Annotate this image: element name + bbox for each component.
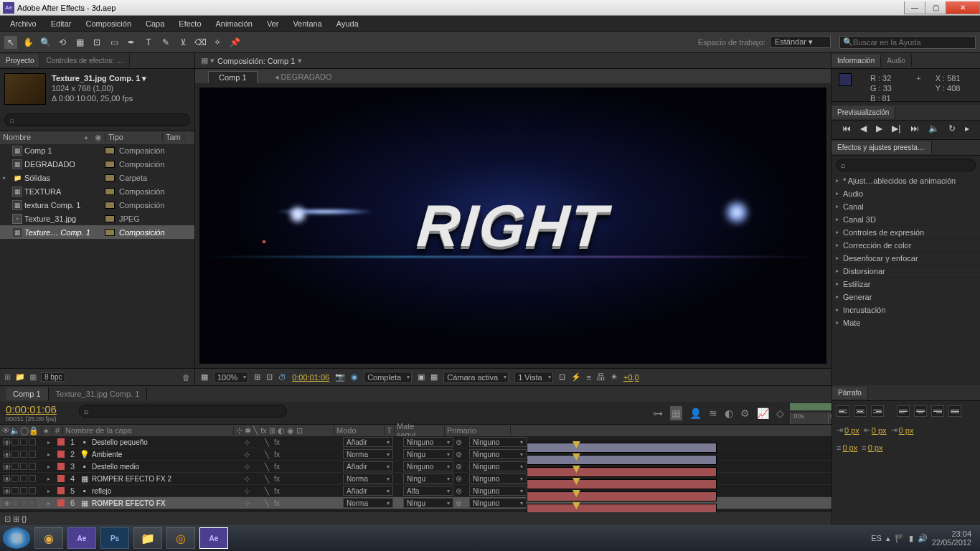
zoom-select[interactable]: 100% xyxy=(214,372,248,383)
shape-tool-icon[interactable]: ▭ xyxy=(108,36,121,49)
task-ae2[interactable]: Ae xyxy=(199,527,228,549)
snapshot-icon[interactable]: 📷 xyxy=(335,372,345,382)
align-right-icon[interactable] xyxy=(871,405,884,417)
brainstorm-icon[interactable]: ⚙ xyxy=(740,408,750,419)
reset-exposure-icon[interactable]: ☀ xyxy=(611,372,618,382)
rotate-tool-icon[interactable]: ⟲ xyxy=(56,36,69,49)
task-ae[interactable]: Ae xyxy=(67,527,96,549)
quality-select[interactable]: Completa xyxy=(364,372,412,383)
tab-preview[interactable]: Previsualización xyxy=(831,106,895,118)
stamp-tool-icon[interactable]: ⊻ xyxy=(176,36,189,49)
indent-first[interactable]: ⇤ 0 px xyxy=(864,425,887,435)
start-button[interactable]: ⊞ xyxy=(3,527,30,549)
project-item[interactable]: ▦textura Comp. 1Composición xyxy=(0,198,194,212)
grid-icon[interactable]: ▦ xyxy=(201,372,208,382)
tab-audio[interactable]: Audio xyxy=(881,55,912,67)
effect-category[interactable]: ▸Mate xyxy=(831,316,980,329)
camera-select[interactable]: Cámara activa xyxy=(443,372,509,383)
zoom-tool-icon[interactable]: 🔍 xyxy=(39,36,52,49)
align-center-icon[interactable] xyxy=(854,405,867,417)
indent-right[interactable]: ⇥ 0 px xyxy=(891,425,914,435)
trash-icon[interactable]: 🗑 xyxy=(182,373,190,382)
prev-frame-icon[interactable]: ◀ xyxy=(860,123,867,133)
ram-preview-icon[interactable]: ▸ xyxy=(965,123,969,133)
help-search[interactable]: 🔍 xyxy=(839,36,976,49)
space-before[interactable]: ≡ 0 px xyxy=(837,443,857,452)
task-explorer[interactable]: 📁 xyxy=(133,527,162,549)
viewer-timecode[interactable]: 0:00:01:06 xyxy=(292,373,329,382)
menu-efecto[interactable]: Efecto xyxy=(173,18,207,29)
comp-tab[interactable]: Comp 1 xyxy=(208,71,258,83)
transparency-icon[interactable]: ▦ xyxy=(430,372,438,382)
next-frame-icon[interactable]: ▶| xyxy=(892,123,900,133)
effect-category[interactable]: ▸Canal 3D xyxy=(831,213,980,226)
auto-keyframe-icon[interactable]: ◇ xyxy=(776,408,784,419)
project-item[interactable]: ▸📁SólidasCarpeta xyxy=(0,171,194,184)
tab-paragraph[interactable]: Párrafo xyxy=(832,387,868,399)
menu-capa[interactable]: Capa xyxy=(140,18,170,29)
view-select[interactable]: 1 Vista xyxy=(514,372,552,383)
flowchart-icon[interactable]: 品 xyxy=(597,372,605,382)
menu-ventana[interactable]: Ventana xyxy=(287,18,327,29)
graph-icon[interactable]: 📈 xyxy=(757,408,769,419)
menu-animación[interactable]: Animación xyxy=(210,18,258,29)
selection-tool-icon[interactable]: ↖ xyxy=(4,36,17,49)
tray-network-icon[interactable]: ▮ xyxy=(909,534,913,543)
tab-info[interactable]: Información xyxy=(831,55,881,67)
play-icon[interactable]: ▶ xyxy=(876,123,882,133)
menu-archivo[interactable]: Archivo xyxy=(4,18,42,29)
pen-tool-icon[interactable]: ✒ xyxy=(125,36,138,49)
timeline-tab-1[interactable]: Comp 1 xyxy=(6,387,49,400)
timeline-search[interactable]: ⌕ xyxy=(79,405,287,418)
justify-right-icon[interactable] xyxy=(931,405,944,417)
effect-category[interactable]: ▸Generar xyxy=(831,291,980,303)
menu-composición[interactable]: Composición xyxy=(80,18,137,29)
project-item[interactable]: ▦Texture… Comp. 1Composición xyxy=(0,225,194,239)
fast-preview-icon[interactable]: ⚡ xyxy=(571,372,581,382)
pixel-aspect-icon[interactable]: ⊡ xyxy=(559,372,565,382)
toggle-switches-icon[interactable]: ⊡ ⊞ {} xyxy=(4,514,27,524)
effect-category[interactable]: ▸Audio xyxy=(831,187,980,200)
space-after[interactable]: ≡ 0 px xyxy=(862,443,882,452)
effect-category[interactable]: ▸Desenfocar y enfocar xyxy=(831,252,980,265)
effect-category[interactable]: ▸* Ajust…ablecidos de animación xyxy=(831,174,980,187)
tray-chevron-icon[interactable]: ▴ xyxy=(886,534,890,543)
timeline-tab-2[interactable]: Texture_31.jpg Comp. 1 xyxy=(49,387,148,400)
time-icon[interactable]: ⏱ xyxy=(278,373,286,382)
effect-category[interactable]: ▸Controles de expresión xyxy=(831,226,980,239)
justify-center-icon[interactable] xyxy=(914,405,927,417)
tab-effects[interactable]: Efectos y ajustes preestablecid xyxy=(831,141,932,154)
hand-tool-icon[interactable]: ✋ xyxy=(22,36,34,49)
tray-clock[interactable]: 23:04 22/05/2012 xyxy=(932,529,971,547)
project-search[interactable]: ⌕ xyxy=(4,113,190,126)
bpc-button[interactable]: 8 bpc xyxy=(41,372,65,382)
puppet-tool-icon[interactable]: 📌 xyxy=(228,36,241,49)
menu-ver[interactable]: Ver xyxy=(261,18,285,29)
exposure-value[interactable]: +0,0 xyxy=(623,373,639,382)
effect-category[interactable]: ▸Distorsionar xyxy=(831,265,980,278)
maximize-button[interactable]: ▢ xyxy=(925,1,946,14)
frame-blend-icon[interactable]: ≋ xyxy=(709,408,717,419)
loop-icon[interactable]: ↻ xyxy=(948,123,956,133)
draft3d-icon[interactable]: ▦ xyxy=(670,406,682,420)
folder-icon[interactable]: 📁 xyxy=(15,372,25,382)
ruler-icon[interactable]: ⊡ xyxy=(266,372,273,382)
tray-volume-icon[interactable]: 🔊 xyxy=(918,534,928,543)
comp-tab[interactable]: ◂ DEGRADADO xyxy=(265,71,342,83)
effects-search[interactable]: ⌕ xyxy=(836,159,976,171)
brush-tool-icon[interactable]: ✎ xyxy=(159,36,172,49)
indent-left[interactable]: ⇥ 0 px xyxy=(837,425,859,435)
task-app[interactable]: ◎ xyxy=(166,527,195,549)
timeline-timecode[interactable]: 0:00:01:06 xyxy=(6,403,73,415)
menu-editar[interactable]: Editar xyxy=(45,18,77,29)
layout-icon[interactable]: ⊞ xyxy=(254,372,260,382)
project-item[interactable]: ▫Texture_31.jpgJPEG xyxy=(0,212,194,225)
project-item[interactable]: ▦Comp 1Composición xyxy=(0,143,194,157)
first-frame-icon[interactable]: ⏮ xyxy=(842,123,851,133)
shy-icon[interactable]: 👤 xyxy=(689,408,702,419)
minimize-button[interactable]: — xyxy=(904,1,925,14)
roto-tool-icon[interactable]: ✧ xyxy=(211,36,224,49)
tab-effect-controls[interactable]: Controles de efectos: … xyxy=(40,55,129,67)
timeline-icon[interactable]: ≡ xyxy=(587,373,591,382)
justify-left-icon[interactable] xyxy=(897,405,910,417)
